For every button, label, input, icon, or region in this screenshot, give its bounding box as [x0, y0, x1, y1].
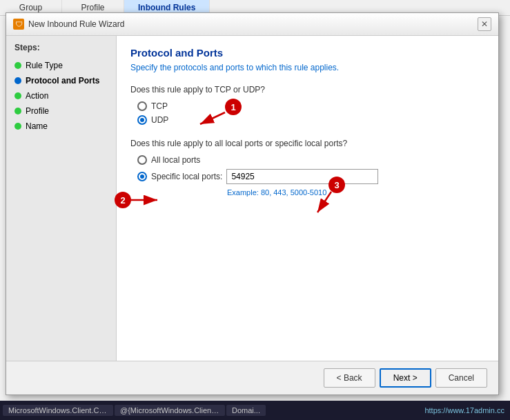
step-action[interactable]: Action	[6, 88, 116, 103]
question2-label: Does this rule apply to all local ports …	[130, 139, 484, 148]
step-label-action: Action	[26, 91, 48, 101]
cancel-button[interactable]: Cancel	[435, 368, 487, 388]
step-protocol-ports[interactable]: Protocol and Ports	[6, 73, 116, 88]
step-dot-action	[14, 92, 21, 99]
step-dot-name	[14, 123, 21, 130]
dialog-icon: 🛡	[13, 19, 24, 30]
steps-panel: Steps: Rule Type Protocol and Ports Acti…	[6, 36, 117, 361]
steps-title: Steps:	[6, 43, 116, 58]
step-label-rule-type: Rule Type	[26, 61, 63, 70]
port-example: Example: 80, 443, 5000-5010	[227, 188, 484, 197]
tcp-radio-row: TCP	[137, 101, 484, 111]
taskbar: MicrosoftWindows.Client.CBS_1000.22... @…	[0, 401, 510, 420]
udp-label: UDP	[151, 115, 168, 125]
all-ports-radio[interactable]	[137, 155, 147, 165]
udp-radio[interactable]	[137, 115, 147, 125]
step-profile[interactable]: Profile	[6, 103, 116, 119]
back-button[interactable]: < Back	[324, 368, 375, 388]
step-dot-rule-type	[14, 62, 21, 69]
specific-ports-radio-row: Specific local ports:	[137, 169, 484, 184]
port-input[interactable]	[226, 169, 378, 184]
protocol-radio-group: TCP UDP	[130, 101, 484, 125]
step-label-profile: Profile	[26, 106, 49, 116]
dialog-footer: < Back Next > Cancel	[6, 361, 498, 394]
all-ports-radio-row: All local ports	[137, 155, 484, 165]
section-desc: Specify the protocols and ports to which…	[130, 63, 484, 72]
step-dot-profile	[14, 108, 21, 114]
step-name[interactable]: Name	[6, 119, 116, 134]
tcp-radio[interactable]	[137, 101, 147, 111]
close-button[interactable]: ✕	[478, 17, 491, 31]
udp-radio-row: UDP	[137, 115, 484, 125]
tcp-label: TCP	[151, 101, 168, 111]
question1-label: Does this rule apply to TCP or UDP?	[130, 85, 484, 94]
step-dot-protocol-ports	[14, 77, 21, 84]
ports-radio-group: All local ports Specific local ports: Ex…	[130, 155, 484, 197]
taskbar-item-1[interactable]: MicrosoftWindows.Client.CBS_1000.22...	[3, 405, 113, 416]
step-label-protocol-ports: Protocol and Ports	[26, 76, 99, 86]
specific-ports-radio[interactable]	[137, 172, 147, 181]
taskbar-item-3[interactable]: Domai...	[226, 405, 266, 416]
step-label-name: Name	[26, 121, 48, 131]
next-button[interactable]: Next >	[380, 368, 431, 388]
all-ports-label: All local ports	[151, 155, 200, 165]
dialog-body: Steps: Rule Type Protocol and Ports Acti…	[6, 36, 498, 361]
dialog-title: New Inbound Rule Wizard	[28, 19, 473, 29]
main-content: Protocol and Ports Specify the protocols…	[117, 36, 498, 361]
step-rule-type[interactable]: Rule Type	[6, 58, 116, 73]
taskbar-url: https://www.17admin.cc	[424, 406, 507, 414]
new-inbound-rule-wizard-dialog: 🛡 New Inbound Rule Wizard ✕ Steps: Rule …	[6, 12, 499, 395]
dialog-titlebar: 🛡 New Inbound Rule Wizard ✕	[6, 13, 498, 36]
specific-ports-label: Specific local ports:	[151, 172, 222, 181]
section-title: Protocol and Ports	[130, 47, 484, 59]
taskbar-item-2[interactable]: @{MicrosoftWindows.Client....	[115, 405, 225, 416]
